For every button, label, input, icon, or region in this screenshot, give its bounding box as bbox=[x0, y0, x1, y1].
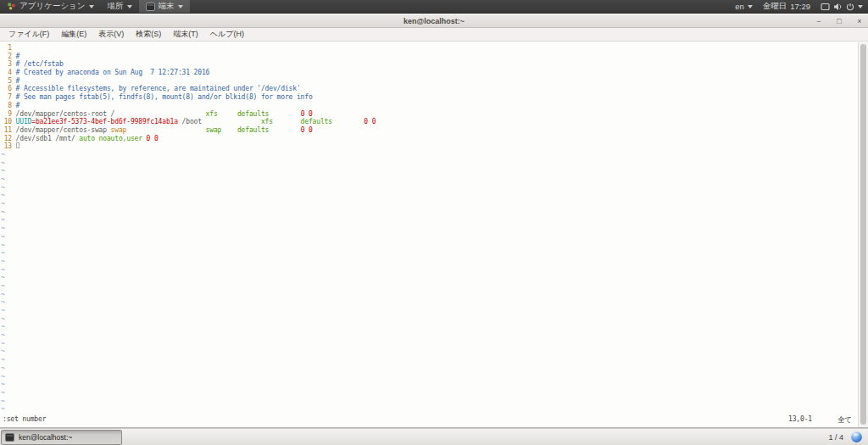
minimize-button[interactable]: − bbox=[814, 14, 824, 28]
menu-item-terminal[interactable]: 端末(T) bbox=[167, 29, 204, 40]
task-window-button[interactable]: ken@localhost:~ bbox=[1, 430, 122, 445]
keyboard-layout-label: en bbox=[735, 2, 744, 11]
clock-time: 17:29 bbox=[790, 2, 810, 11]
editor-text[interactable]: 12#3# /etc/fstab4# Created by anaconda o… bbox=[0, 42, 868, 414]
volume-icon bbox=[833, 3, 843, 11]
titlebar[interactable]: ken@localhost:~ − □ × bbox=[0, 14, 868, 28]
app-menu-terminal-label: 端末 bbox=[159, 1, 175, 12]
window-title: ken@localhost:~ bbox=[403, 17, 465, 25]
distro-menu-icon bbox=[7, 2, 16, 11]
editor-area[interactable]: 12#3# /etc/fstab4# Created by anaconda o… bbox=[0, 42, 868, 427]
scrollbar-thumb[interactable] bbox=[860, 44, 866, 425]
chevron-down-icon bbox=[89, 5, 94, 8]
menu-item-file[interactable]: ファイル(F) bbox=[3, 29, 55, 40]
workspace-indicator[interactable]: 1 / 4 bbox=[828, 433, 843, 442]
maximize-button[interactable]: □ bbox=[834, 14, 844, 28]
chevron-down-icon bbox=[858, 5, 863, 8]
vim-command-text: :set number bbox=[3, 415, 46, 423]
terminal-icon bbox=[146, 3, 155, 11]
network-icon bbox=[821, 3, 830, 11]
keyboard-layout-indicator[interactable]: en bbox=[730, 0, 758, 13]
menu-item-edit[interactable]: 編集(E) bbox=[55, 29, 92, 40]
clock-weekday: 金曜日 bbox=[763, 1, 787, 12]
applications-menu[interactable]: アプリケーション bbox=[0, 0, 101, 13]
system-status-area[interactable] bbox=[815, 0, 868, 13]
chevron-down-icon bbox=[127, 5, 132, 8]
close-button[interactable]: × bbox=[854, 14, 865, 28]
vim-ruler-position: 13,0-1 bbox=[788, 415, 812, 423]
app-menu-terminal[interactable]: 端末 bbox=[139, 0, 190, 13]
chevron-down-icon bbox=[178, 5, 183, 8]
places-menu-label: 場所 bbox=[108, 1, 124, 12]
vim-ruler-scroll: 全て bbox=[837, 415, 852, 426]
menu-item-search[interactable]: 検索(S) bbox=[130, 29, 167, 40]
chevron-down-icon bbox=[748, 5, 753, 8]
places-menu[interactable]: 場所 bbox=[101, 0, 139, 13]
menu-item-view[interactable]: 表示(V) bbox=[92, 29, 130, 40]
editor-scrollbar[interactable] bbox=[858, 42, 868, 427]
terminal-icon bbox=[5, 433, 14, 442]
workspace-orb-icon[interactable] bbox=[851, 431, 862, 442]
applications-menu-label: アプリケーション bbox=[19, 1, 86, 12]
task-window-label: ken@localhost:~ bbox=[19, 433, 72, 442]
power-icon bbox=[846, 3, 854, 11]
menu-item-help[interactable]: ヘルプ(H) bbox=[204, 29, 250, 40]
menubar: ファイル(F) 編集(E) 表示(V) 検索(S) 端末(T) ヘルプ(H) bbox=[0, 28, 868, 42]
top-panel: アプリケーション 場所 端末 en 金曜日 17:29 bbox=[0, 0, 868, 14]
taskbar: ken@localhost:~ 1 / 4 bbox=[0, 428, 868, 445]
vim-status-bar: :set number 13,0-1 全て bbox=[0, 415, 858, 425]
clock[interactable]: 金曜日 17:29 bbox=[758, 0, 815, 13]
terminal-window: ken@localhost:~ − □ × ファイル(F) 編集(E) 表示(V… bbox=[0, 14, 868, 428]
